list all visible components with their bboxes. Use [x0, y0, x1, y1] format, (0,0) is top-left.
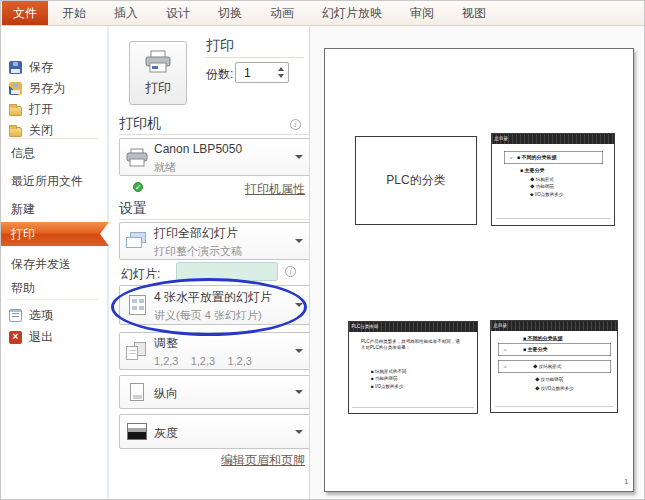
sidebar-item-options[interactable]: 选项	[9, 305, 53, 325]
slide1-title: PLC的分类	[356, 137, 476, 224]
open-folder-icon	[9, 106, 22, 116]
collate-dropdown[interactable]: 调整 1,2,3 1,2,3 1,2,3	[119, 332, 311, 370]
save-as-icon	[9, 82, 22, 95]
printer-icon	[143, 50, 173, 76]
slide4-highlight-box: ☞ ◆ 按结构形式	[498, 360, 611, 373]
pointer-hand-icon: ☞	[503, 347, 507, 353]
slide4-header-text: 总目录	[494, 322, 508, 329]
edit-header-footer-link[interactable]: 编辑页眉和页脚	[221, 452, 305, 469]
tab-file[interactable]: 文件	[2, 1, 48, 25]
stepper-up-icon[interactable]	[278, 67, 284, 71]
collate-subtitle: 1,2,3 1,2,3 1,2,3	[154, 355, 252, 367]
sidebar-item-label: 保存	[29, 59, 53, 76]
slide4-item: ◆ 按I/O点数的多少	[535, 385, 574, 392]
printer-dropdown[interactable]: Canon LBP5050 就绪	[119, 138, 311, 176]
printer-small-icon	[125, 148, 149, 167]
slide2-item: ◆ I/O点数的多少	[530, 191, 563, 198]
preview-page: PLC的分类 总目录 ☞ ■ 不同的分类依据 ■ 主要分类 ◆ 结构形式 ◆ 功…	[324, 48, 634, 492]
slide2-item: ■ 主要分类	[520, 167, 544, 174]
tab-insert[interactable]: 插入	[100, 1, 152, 25]
options-icon	[9, 309, 22, 322]
exit-icon: ×	[9, 331, 22, 344]
print-section-header: 打印	[206, 37, 234, 55]
sidebar-item-label: 打开	[29, 101, 53, 118]
slide3-bullet: ■ 功能的强弱	[371, 376, 397, 383]
ribbon-tab-bar: 文件 开始 插入 设计 切换 动画 幻灯片放映 审阅 视图	[1, 1, 645, 26]
slides-info-icon[interactable]: i	[285, 266, 296, 277]
print-button[interactable]: 打印	[129, 41, 187, 105]
slide3-bullet: ■ 结构形式的不同	[371, 368, 406, 375]
tab-slideshow[interactable]: 幻灯片放映	[308, 1, 396, 25]
tab-transitions[interactable]: 切换	[204, 1, 256, 25]
handout-layout-icon	[129, 295, 146, 315]
chevron-down-icon	[295, 349, 303, 353]
sidebar-item-print-selected[interactable]: 打印	[1, 222, 109, 246]
print-range-dropdown[interactable]: 打印全部幻灯片 打印整个演示文稿	[119, 222, 311, 260]
save-icon	[9, 61, 22, 74]
print-range-title: 打印全部幻灯片	[154, 226, 238, 240]
section-divider	[119, 134, 311, 135]
tab-view[interactable]: 视图	[448, 1, 500, 25]
print-preview-area: PLC的分类 总目录 ☞ ■ 不同的分类依据 ■ 主要分类 ◆ 结构形式 ◆ 功…	[309, 26, 645, 500]
section-divider	[119, 219, 311, 220]
portrait-icon	[130, 383, 144, 401]
backstage-sidebar: 保存 另存为 打开 关闭 信息 最近所用文件 新建 打印 保存并发送 帮助 选项…	[1, 26, 109, 500]
preview-slide-2: 总目录 ☞ ■ 不同的分类依据 ■ 主要分类 ◆ 结构形式 ◆ 功能强弱 ◆ I…	[491, 133, 615, 226]
preview-slide-1: PLC的分类	[355, 136, 477, 225]
preview-page-number: 1	[624, 477, 628, 486]
layout-subtitle: 讲义(每页 4 张幻灯片)	[154, 309, 262, 321]
slide4-item: ■ 不同的分类依据	[523, 335, 562, 342]
print-range-subtitle: 打印整个演示文稿	[154, 245, 242, 257]
printer-ready-check-icon: ✓	[133, 182, 143, 192]
slide3-header-text: PLC分类依据	[352, 323, 379, 330]
sidebar-item-label: 另存为	[29, 80, 65, 97]
slide2-highlight-box: ☞ ■ 不同的分类依据	[504, 151, 603, 164]
stepper-down-icon[interactable]	[278, 74, 284, 78]
orientation-dropdown[interactable]: 纵向	[119, 375, 311, 409]
collate-title: 调整	[154, 336, 178, 350]
slide2-item: ◆ 结构形式	[530, 176, 554, 183]
slide2-item: ■ 不同的分类依据	[517, 154, 556, 161]
tab-animations[interactable]: 动画	[256, 1, 308, 25]
preview-slide-3: PLC分类依据 PLC产品种类繁多，其规格和性能也各不相同，通常对PLC的分类依…	[348, 321, 478, 414]
slide4-item: ■ 主要分类	[523, 346, 547, 353]
layout-dropdown[interactable]: 4 张水平放置的幻灯片 讲义(每页 4 张幻灯片)	[119, 285, 311, 325]
sidebar-item-label: 选项	[29, 307, 53, 324]
sidebar-item-new[interactable]: 新建	[11, 199, 35, 219]
tab-design[interactable]: 设计	[152, 1, 204, 25]
sidebar-item-save-send[interactable]: 保存并发送	[11, 254, 71, 274]
layout-title: 4 张水平放置的幻灯片	[154, 290, 272, 304]
orientation-title: 纵向	[154, 386, 178, 400]
stepper-arrows[interactable]	[275, 67, 288, 78]
slide-footer-rule	[495, 406, 613, 407]
close-folder-icon	[9, 127, 22, 137]
slides-range-label: 幻灯片:	[121, 266, 160, 283]
sidebar-item-help[interactable]: 帮助	[11, 278, 35, 298]
color-mode-title: 灰度	[154, 426, 178, 440]
sidebar-item-save[interactable]: 保存	[9, 57, 53, 77]
sidebar-item-exit[interactable]: × 退出	[9, 327, 53, 347]
sidebar-item-label: 关闭	[29, 122, 53, 139]
slide3-bullet: ■ I/O点数的多少	[371, 383, 403, 390]
preview-slide-4: 总目录 ■ 不同的分类依据 ☞ ■ 主要分类 ☞ ◆ 按结构形式 ◆ 按功能强弱…	[490, 320, 618, 413]
printer-info-icon[interactable]: i	[290, 119, 301, 130]
copies-stepper[interactable]: 1	[235, 62, 289, 83]
sidebar-item-save-as[interactable]: 另存为	[9, 78, 65, 98]
sidebar-item-open[interactable]: 打开	[9, 99, 53, 119]
sidebar-item-close[interactable]: 关闭	[9, 120, 53, 140]
grayscale-icon	[127, 423, 147, 440]
pointer-hand-icon: ☞	[509, 155, 513, 161]
slides-range-input[interactable]	[176, 262, 278, 281]
sidebar-item-recent[interactable]: 最近所用文件	[11, 171, 83, 191]
chevron-down-icon	[295, 239, 303, 243]
sidebar-divider	[7, 299, 99, 300]
copies-value: 1	[236, 66, 275, 80]
printer-properties-link[interactable]: 打印机属性	[245, 181, 305, 198]
sidebar-item-info[interactable]: 信息	[11, 143, 35, 163]
tab-home[interactable]: 开始	[48, 1, 100, 25]
color-mode-dropdown[interactable]: 灰度	[119, 414, 311, 449]
slide4-item: ◆ 按结构形式	[533, 363, 561, 370]
pointer-hand-icon: ☞	[503, 364, 507, 370]
tab-review[interactable]: 审阅	[396, 1, 448, 25]
slide3-body-text: PLC产品种类繁多，其规格和性能也各不相同，通常对PLC的分类依据是：	[361, 338, 463, 351]
